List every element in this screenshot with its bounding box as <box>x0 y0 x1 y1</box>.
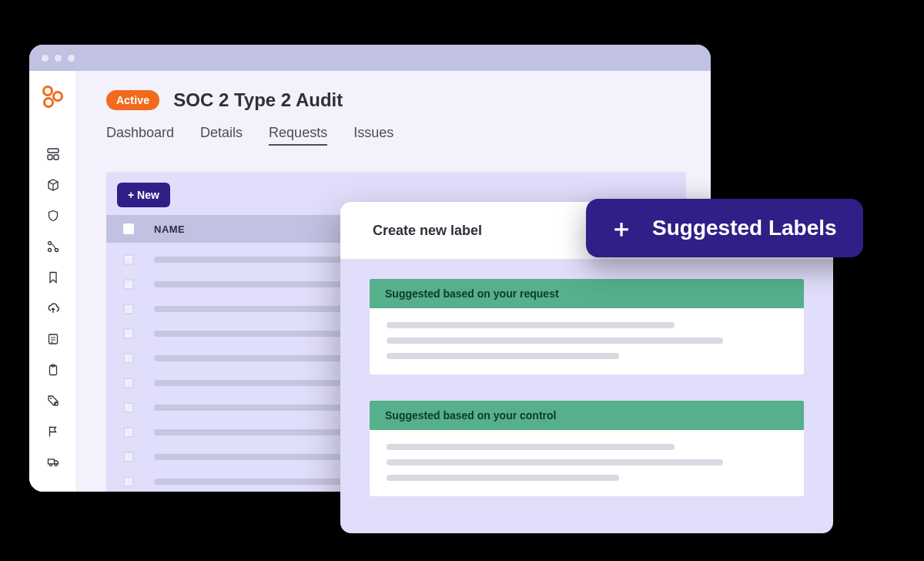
new-button[interactable]: + New <box>117 183 170 207</box>
row-checkbox[interactable] <box>123 402 134 413</box>
bookmark-icon[interactable] <box>47 271 59 284</box>
row-checkbox[interactable] <box>123 378 134 388</box>
tab-issues[interactable]: Issues <box>353 125 393 146</box>
placeholder-line <box>387 459 723 465</box>
placeholder-line <box>154 281 346 287</box>
row-checkbox[interactable] <box>123 476 134 487</box>
note-icon[interactable] <box>47 333 59 345</box>
plus-icon: ＋ <box>609 216 634 240</box>
row-checkbox[interactable] <box>123 279 134 290</box>
clipboard-icon[interactable] <box>47 364 59 376</box>
page-title: SOC 2 Type 2 Audit <box>173 89 343 111</box>
placeholder-line <box>387 475 619 481</box>
svg-point-9 <box>50 398 52 399</box>
status-badge: Active <box>106 90 159 110</box>
svg-rect-11 <box>48 459 54 464</box>
cloud-upload-icon[interactable] <box>47 302 59 314</box>
placeholder-line <box>154 331 346 337</box>
svg-rect-0 <box>48 149 59 153</box>
window-dot-icon <box>68 55 75 62</box>
placeholder-line <box>154 306 346 312</box>
suggestion-card-request: Suggested based on your request <box>370 279 804 375</box>
card-header: Suggested based on your control <box>370 401 804 430</box>
flag-icon[interactable] <box>47 425 59 438</box>
suggested-labels-button[interactable]: ＋ Suggested Labels <box>586 199 863 257</box>
cube-icon[interactable] <box>47 179 59 191</box>
placeholder-line <box>154 479 346 485</box>
placeholder-line <box>387 444 675 450</box>
tab-dashboard[interactable]: Dashboard <box>106 125 174 146</box>
tab-requests[interactable]: Requests <box>269 125 327 146</box>
card-header: Suggested based on your request <box>370 279 804 308</box>
svg-point-13 <box>55 464 57 466</box>
placeholder-line <box>154 454 346 460</box>
placeholder-line <box>154 380 346 386</box>
tabs: Dashboard Details Requests Issues <box>106 125 686 146</box>
row-checkbox[interactable] <box>123 304 134 314</box>
nav-rail <box>29 71 77 492</box>
window-dot-icon <box>55 55 62 62</box>
row-checkbox[interactable] <box>123 427 134 438</box>
svg-rect-2 <box>54 155 59 160</box>
tab-details[interactable]: Details <box>200 125 243 146</box>
window-dot-icon <box>42 55 49 62</box>
suggestion-card-control: Suggested based on your control <box>370 401 804 496</box>
window-titlebar <box>29 45 711 71</box>
svg-point-3 <box>48 242 51 245</box>
row-checkbox[interactable] <box>123 452 134 462</box>
svg-point-4 <box>55 249 58 252</box>
nodes-icon[interactable] <box>47 240 59 253</box>
placeholder-line <box>154 429 346 435</box>
svg-point-12 <box>49 464 52 466</box>
svg-point-5 <box>48 249 51 252</box>
tag-settings-icon[interactable] <box>47 395 59 407</box>
brand-logo-icon <box>40 85 66 111</box>
row-checkbox[interactable] <box>123 254 134 265</box>
placeholder-line <box>387 338 723 344</box>
row-checkbox[interactable] <box>123 353 134 364</box>
column-name: NAME <box>154 223 185 235</box>
truck-icon[interactable] <box>47 456 59 469</box>
placeholder-line <box>387 322 675 328</box>
placeholder-line <box>154 257 354 263</box>
svg-rect-1 <box>48 155 52 160</box>
dashboard-icon[interactable] <box>47 148 59 160</box>
select-all-checkbox[interactable] <box>123 223 134 234</box>
suggested-labels-label: Suggested Labels <box>652 216 837 240</box>
shield-icon[interactable] <box>47 210 59 222</box>
row-checkbox[interactable] <box>123 328 134 339</box>
placeholder-line <box>154 355 346 361</box>
placeholder-line <box>387 353 619 359</box>
placeholder-line <box>154 405 346 411</box>
